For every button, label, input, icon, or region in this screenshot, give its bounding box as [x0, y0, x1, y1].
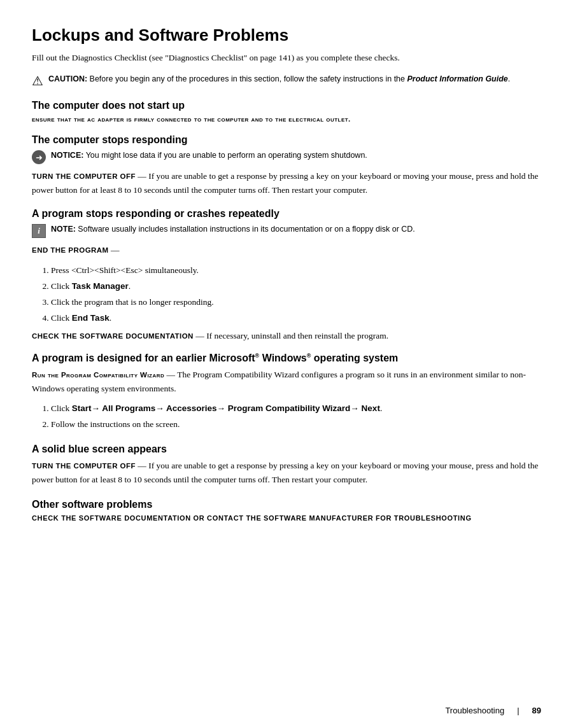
section-other-software: Other software problems CHECK THE SOFTWA…: [32, 499, 541, 522]
section-not-start-ensure: ENSURE THAT THE AC ADAPTER IS FIRMLY CON…: [32, 115, 541, 123]
caution-box: ⚠ CAUTION: Before you begin any of the p…: [32, 73, 541, 88]
footer-label: Troubleshooting: [445, 706, 504, 715]
section-stops-responding: The computer stops responding ➜ NOTICE: …: [32, 134, 541, 197]
section-program-stops-title: A program stops responding or crashes re…: [32, 208, 541, 220]
step-1: Press <Ctrl><Shift><Esc> simultaneously.: [51, 263, 541, 278]
section-program-stops: A program stops responding or crashes re…: [32, 208, 541, 340]
step-4: Click End Task.: [51, 311, 541, 326]
notice-label: NOTICE:: [51, 151, 83, 160]
footer-page: 89: [532, 706, 541, 715]
check-contact-label: CHECK THE SOFTWARE DOCUMENTATION OR CONT…: [32, 514, 541, 522]
intro-text: Fill out the Diagnostics Checklist (see …: [32, 52, 541, 64]
step-3: Click the program that is no longer resp…: [51, 295, 541, 310]
compat-step-1: Click Start→ All Programs→ Accessories→ …: [51, 402, 541, 416]
end-label: END THE PROGRAM: [32, 246, 109, 254]
turn-off-text-1: TURN THE COMPUTER OFF — If you are unabl…: [32, 169, 541, 197]
run-label: Run the Program Compatibility Wizard: [32, 371, 164, 379]
section-blue-screen-title: A solid blue screen appears: [32, 444, 541, 455]
check-software-label: CHECK THE SOFTWARE DOCUMENTATION: [32, 332, 194, 340]
end-program-steps: Press <Ctrl><Shift><Esc> simultaneously.…: [51, 263, 541, 326]
turn-off-dash: —: [136, 171, 148, 181]
blue-screen-turn-off: TURN THE COMPUTER OFF — If you are unabl…: [32, 459, 541, 486]
section-not-start-title: The computer does not start up: [32, 100, 541, 111]
caution-italic: Product Information Guide: [407, 74, 507, 83]
note-icon: i: [32, 224, 46, 238]
caution-period: .: [508, 74, 510, 83]
run-label-text: Run the Program Compatibility Wizard — T…: [32, 368, 541, 395]
notice-body: You might lose data if you are unable to…: [83, 151, 367, 160]
compatibility-steps: Click Start→ All Programs→ Accessories→ …: [51, 402, 541, 432]
check-software-dash: — If necessary, uninstall and then reins…: [194, 331, 388, 340]
page-title: Lockups and Software Problems: [32, 25, 541, 45]
step-2: Click Task Manager.: [51, 279, 541, 294]
section-blue-screen: A solid blue screen appears TURN THE COM…: [32, 444, 541, 486]
end-dash: —: [109, 245, 120, 255]
caution-text: CAUTION: Before you begin any of the pro…: [48, 73, 510, 85]
turn-off-label: TURN THE COMPUTER OFF: [32, 172, 136, 180]
caution-label: CAUTION:: [48, 74, 87, 83]
footer: Troubleshooting | 89: [445, 706, 541, 715]
note-label: NOTE:: [51, 225, 76, 234]
section-earlier-os: A program is designed for an earlier Mic…: [32, 353, 541, 432]
notice-text: NOTICE: You might lose data if you are u…: [51, 150, 367, 162]
note-box: i NOTE: Software usually includes instal…: [32, 223, 541, 238]
note-text: NOTE: Software usually includes installa…: [51, 223, 415, 235]
check-software-section: CHECK THE SOFTWARE DOCUMENTATION — If ne…: [32, 331, 541, 341]
footer-divider: |: [517, 706, 519, 715]
notice-icon: ➜: [32, 150, 46, 164]
note-body: Software usually includes installation i…: [76, 225, 415, 234]
run-dash: —: [164, 370, 177, 379]
section-not-start: The computer does not start up ENSURE TH…: [32, 100, 541, 123]
compat-step-2: Follow the instructions on the screen.: [51, 417, 541, 432]
blue-screen-dash: —: [136, 461, 148, 470]
section-stops-responding-title: The computer stops responding: [32, 134, 541, 146]
caution-icon: ⚠: [32, 73, 43, 88]
end-program-label: END THE PROGRAM —: [32, 243, 541, 257]
section-earlier-os-title: A program is designed for an earlier Mic…: [32, 353, 541, 364]
notice-box: ➜ NOTICE: You might lose data if you are…: [32, 150, 541, 164]
caution-body: Before you begin any of the procedures i…: [87, 74, 407, 83]
section-other-software-title: Other software problems: [32, 499, 541, 510]
blue-screen-turn-label: TURN THE COMPUTER OFF: [32, 462, 136, 470]
